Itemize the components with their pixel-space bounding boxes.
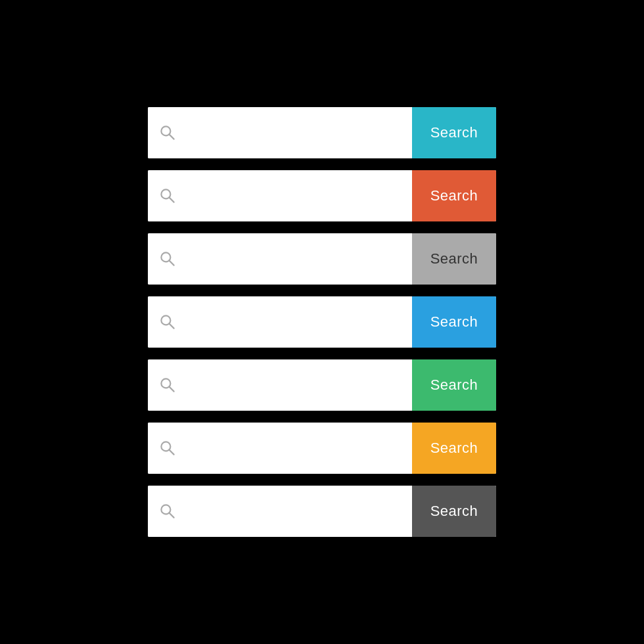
search-icon bbox=[158, 124, 177, 142]
svg-line-13 bbox=[170, 513, 174, 518]
search-bar-6: Search bbox=[148, 423, 496, 474]
search-button-2[interactable]: Search bbox=[412, 170, 496, 221]
search-input[interactable] bbox=[182, 126, 402, 140]
search-input[interactable] bbox=[182, 379, 402, 392]
search-input-area bbox=[148, 486, 412, 537]
search-icon bbox=[158, 313, 177, 331]
search-button-7[interactable]: Search bbox=[412, 486, 496, 537]
svg-line-7 bbox=[170, 324, 174, 329]
search-bars-container: Search Search Search Search Search Searc… bbox=[148, 107, 496, 537]
search-button-1[interactable]: Search bbox=[412, 107, 496, 158]
search-bar-3: Search bbox=[148, 233, 496, 285]
search-button-3[interactable]: Search bbox=[412, 233, 496, 285]
search-icon bbox=[158, 376, 177, 394]
svg-line-9 bbox=[170, 387, 174, 392]
search-bar-7: Search bbox=[148, 486, 496, 537]
svg-line-5 bbox=[170, 261, 174, 265]
search-input[interactable] bbox=[182, 442, 402, 455]
search-bar-5: Search bbox=[148, 359, 496, 411]
search-input-area bbox=[148, 170, 412, 221]
search-input[interactable] bbox=[182, 252, 402, 266]
search-input[interactable] bbox=[182, 315, 402, 329]
search-input[interactable] bbox=[182, 189, 402, 203]
search-input-area bbox=[148, 107, 412, 158]
search-icon bbox=[158, 502, 177, 520]
search-button-6[interactable]: Search bbox=[412, 423, 496, 474]
search-button-5[interactable]: Search bbox=[412, 359, 496, 411]
search-input[interactable] bbox=[182, 505, 402, 518]
search-bar-1: Search bbox=[148, 107, 496, 158]
search-bar-4: Search bbox=[148, 296, 496, 348]
search-icon bbox=[158, 439, 177, 457]
search-icon bbox=[158, 250, 177, 268]
search-button-4[interactable]: Search bbox=[412, 296, 496, 348]
search-icon bbox=[158, 187, 177, 205]
search-input-area bbox=[148, 423, 412, 474]
search-input-area bbox=[148, 359, 412, 411]
search-input-area bbox=[148, 296, 412, 348]
svg-line-3 bbox=[170, 198, 174, 202]
svg-line-1 bbox=[170, 135, 174, 139]
search-input-area bbox=[148, 233, 412, 285]
search-bar-2: Search bbox=[148, 170, 496, 221]
svg-line-11 bbox=[170, 450, 174, 455]
